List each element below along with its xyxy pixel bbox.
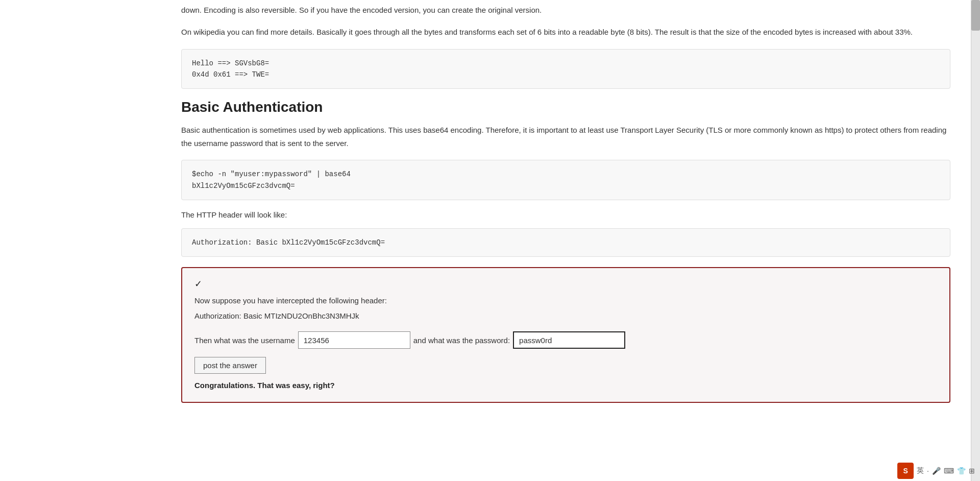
code-line-1: Hello ==> SGVsbG8= xyxy=(192,58,940,69)
sogou-icon[interactable]: S xyxy=(897,463,914,479)
section-heading: Basic Authentication xyxy=(181,99,950,115)
code-block-2: $echo -n "myuser:mypassword" | base64 bX… xyxy=(181,160,950,200)
congrats-text: Congratulations. That was easy, right? xyxy=(194,381,937,390)
input-label-password: and what was the password: xyxy=(413,336,510,345)
code-block-1: Hello ==> SGVsbG8= 0x4d 0x61 ==> TWE= xyxy=(181,49,950,89)
username-input[interactable] xyxy=(298,331,410,349)
page-wrapper: down. Encoding is also reversible. So if… xyxy=(0,0,980,481)
exercise-prompt-line1: Now suppose you have intercepted the fol… xyxy=(194,295,937,307)
keyboard-icon[interactable]: ⌨ xyxy=(944,467,954,475)
dot-icon: · xyxy=(927,467,929,475)
content-area: down. Encoding is also reversible. So if… xyxy=(0,0,971,481)
intro-text-1: down. Encoding is also reversible. So if… xyxy=(181,0,950,16)
input-label-username: Then what was the username xyxy=(194,336,295,345)
password-input[interactable] xyxy=(513,331,625,349)
code-block-3: Authorization: Basic bXl1c2VyOm15cGFzc3d… xyxy=(181,228,950,257)
scrollbar[interactable] xyxy=(971,0,980,481)
basic-auth-body-text: Basic authentication is sometimes used b… xyxy=(181,124,950,150)
code-line-3: $echo -n "myuser:mypassword" | base64 xyxy=(192,169,940,180)
mic-icon[interactable]: 🎤 xyxy=(932,467,941,475)
shirt-icon[interactable]: 👕 xyxy=(957,467,966,475)
http-header-label: The HTTP header will look like: xyxy=(181,210,950,219)
post-answer-button[interactable]: post the answer xyxy=(194,357,266,374)
exercise-box: ✓ Now suppose you have intercepted the f… xyxy=(181,267,950,403)
scrollbar-thumb[interactable] xyxy=(971,0,980,31)
code-line-5: Authorization: Basic bXl1c2VyOm15cGFzc3d… xyxy=(192,237,940,248)
lang-icon[interactable]: 英 xyxy=(917,466,924,475)
grid-icon[interactable]: ⊞ xyxy=(969,467,975,475)
taskbar-area: S 英 · 🎤 ⌨ 👕 ⊞ xyxy=(892,461,980,481)
checkmark-icon: ✓ xyxy=(194,278,937,290)
intro-text-2: On wikipedia you can find more details. … xyxy=(181,26,950,39)
code-line-2: 0x4d 0x61 ==> TWE= xyxy=(192,69,940,80)
code-line-4: bXl1c2VyOm15cGFzc3dvcmQ= xyxy=(192,180,940,191)
input-row: Then what was the username and what was … xyxy=(194,331,937,349)
exercise-prompt-line2: Authorization: Basic MTIzNDU2OnBhc3N3MHJ… xyxy=(194,310,937,322)
